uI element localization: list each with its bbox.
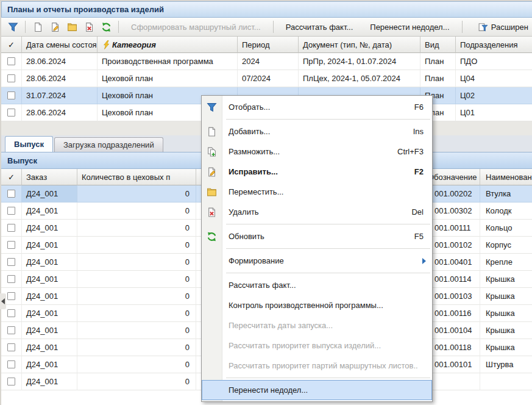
cell-name[interactable]: Крышка <box>480 322 532 339</box>
row-select-cell[interactable] <box>1 322 22 339</box>
cell-designation[interactable] <box>427 373 480 390</box>
cell-order[interactable]: Д24_001 <box>22 220 77 237</box>
cell-division[interactable]: Ц01 <box>456 104 532 121</box>
menu-item[interactable]: Переместить... <box>202 182 432 202</box>
cell-name[interactable]: Крышка <box>480 305 532 322</box>
refresh-button[interactable] <box>98 20 114 34</box>
delete-button[interactable] <box>81 20 97 34</box>
cell-date[interactable]: 31.07.2024 <box>22 87 98 104</box>
cell-kind[interactable]: План <box>420 70 456 87</box>
menu-item[interactable]: Добавить... Ins <box>202 121 432 142</box>
col-header-division[interactable]: Подразделения <box>456 37 532 53</box>
cell-designation[interactable]: 001.00401 <box>427 254 480 271</box>
cell-date[interactable]: 28.06.2024 <box>22 53 98 70</box>
menu-item[interactable]: Рассчитать приоритет партий маршрутных л… <box>202 356 432 376</box>
cell-quantity[interactable]: 0 <box>77 322 196 339</box>
cell-name[interactable]: Колодк <box>480 202 532 220</box>
row-select-cell[interactable] <box>1 373 22 390</box>
col-header-document[interactable]: Документ (тип, №, дата) <box>299 37 420 53</box>
row-select-cell[interactable] <box>1 87 22 104</box>
cell-designation[interactable]: 001.00118 <box>427 339 480 356</box>
cell-name[interactable] <box>480 373 532 390</box>
row-select-cell[interactable] <box>1 202 22 220</box>
cell-division[interactable]: ПДО <box>456 53 532 70</box>
row-checkbox[interactable] <box>7 326 15 334</box>
edit-button[interactable] <box>47 20 63 34</box>
row-checkbox[interactable] <box>7 224 15 232</box>
cell-designation[interactable]: 001.00102 <box>427 237 480 254</box>
cell-name[interactable]: Крышка <box>480 288 532 305</box>
cell-name[interactable]: Кольцо <box>480 220 532 237</box>
cell-period[interactable]: 07/2024 <box>238 70 299 87</box>
calc-fact-button[interactable]: Рассчитать факт... <box>278 20 361 34</box>
cell-category[interactable]: Цеховой план <box>98 70 238 87</box>
menu-item[interactable]: Отобрать... F6 <box>202 97 432 117</box>
cell-designation[interactable]: 001.00114 <box>427 271 480 288</box>
menu-item[interactable]: Обновить F5 <box>202 226 432 246</box>
cell-quantity[interactable]: 0 <box>77 237 196 254</box>
row-checkbox[interactable] <box>7 378 15 385</box>
cell-name[interactable]: Крышка <box>480 339 532 356</box>
row-select-cell[interactable] <box>1 104 22 121</box>
cell-order[interactable]: Д24_001 <box>22 271 77 288</box>
plans-select-column-header[interactable]: ✓ <box>1 37 22 53</box>
cell-name[interactable]: Корпус <box>480 237 532 254</box>
menu-item[interactable]: Рассчитать приоритет выпуска изделий... <box>202 335 432 356</box>
plans-table-row[interactable]: 28.06.2024 Цеховой план 07/2024 ПлЦех, 2… <box>1 70 532 87</box>
menu-item[interactable]: Контроль производственной программы... <box>202 295 432 315</box>
row-select-cell[interactable] <box>1 356 22 373</box>
cell-order[interactable]: Д24_001 <box>22 305 77 322</box>
cell-quantity[interactable]: 0 <box>77 254 196 271</box>
cell-name[interactable]: Втулка <box>480 185 532 202</box>
cell-category[interactable]: Производственная программа <box>98 53 238 70</box>
cell-name[interactable]: Крепле <box>480 254 532 271</box>
menu-item[interactable]: Пересчитать даты запуска... <box>202 315 432 335</box>
row-checkbox[interactable] <box>7 275 15 283</box>
row-select-cell[interactable] <box>1 53 22 70</box>
cell-designation[interactable]: 001.00202 <box>427 185 480 202</box>
row-select-cell[interactable] <box>1 271 22 288</box>
cell-document[interactable]: ПлЦех, 2024-1, 05.07.2024 <box>299 70 420 87</box>
cell-division[interactable]: Ц02 <box>456 87 532 104</box>
row-select-cell[interactable] <box>1 70 22 87</box>
cell-date[interactable]: 28.06.2024 <box>22 104 98 121</box>
cell-designation[interactable]: 001.00302 <box>427 202 480 220</box>
menu-item[interactable]: Исправить... F2 <box>202 162 432 182</box>
col-header-category[interactable]: Категория <box>98 37 238 53</box>
cell-order[interactable]: Д24_001 <box>22 237 77 254</box>
row-checkbox[interactable] <box>7 343 15 351</box>
row-checkbox[interactable] <box>7 91 15 99</box>
row-select-cell[interactable] <box>1 220 22 237</box>
row-select-cell[interactable] <box>1 237 22 254</box>
col-header-name[interactable]: Наименование <box>480 169 532 185</box>
cell-division[interactable]: Ц04 <box>456 70 532 87</box>
cell-quantity[interactable]: 0 <box>77 339 196 356</box>
cell-order[interactable]: Д24_001 <box>22 339 77 356</box>
tab-zagruzka-podrazdeleniy[interactable]: Загрузка подразделений <box>54 137 163 152</box>
row-checkbox[interactable] <box>7 258 15 266</box>
cell-order[interactable]: Д24_001 <box>22 254 77 271</box>
row-checkbox[interactable] <box>7 74 15 82</box>
row-checkbox[interactable] <box>7 241 15 249</box>
cell-quantity[interactable]: 0 <box>77 373 196 390</box>
cell-designation[interactable]: 001.00104 <box>427 322 480 339</box>
menu-item[interactable]: Удалить Del <box>202 202 432 222</box>
cell-order[interactable]: Д24_001 <box>22 322 77 339</box>
cell-quantity[interactable]: 0 <box>77 271 196 288</box>
splitter-collapse-button[interactable] <box>0 293 6 309</box>
row-select-cell[interactable] <box>1 339 22 356</box>
cell-name[interactable]: Штурва <box>480 356 532 373</box>
row-checkbox[interactable] <box>7 309 15 317</box>
output-select-column-header[interactable]: ✓ <box>1 169 22 185</box>
cell-quantity[interactable]: 0 <box>77 305 196 322</box>
cell-name[interactable]: Крышка <box>480 271 532 288</box>
tab-vypusk[interactable]: Выпуск <box>5 136 53 152</box>
row-select-cell[interactable] <box>1 185 22 202</box>
add-button[interactable] <box>30 20 46 34</box>
col-header-kind[interactable]: Вид <box>420 37 456 53</box>
cell-order[interactable]: Д24_001 <box>22 288 77 305</box>
window-titlebar[interactable]: Планы и отчеты производства изделий <box>1 1 532 18</box>
cell-quantity[interactable]: 0 <box>77 202 196 220</box>
cell-order[interactable]: Д24_001 <box>22 185 77 202</box>
row-checkbox[interactable] <box>7 207 15 215</box>
